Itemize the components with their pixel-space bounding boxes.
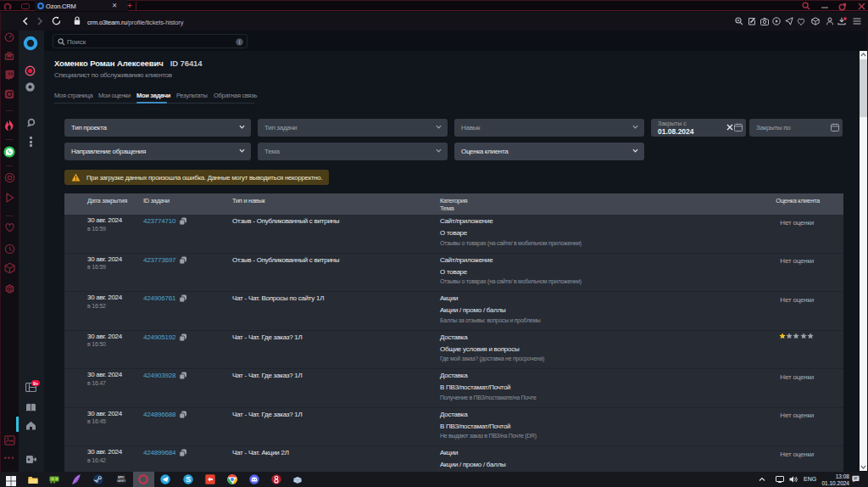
svg-text:S: S — [186, 475, 191, 484]
svg-text:GAMES: GAMES — [117, 479, 125, 483]
svg-text:i: i — [239, 39, 240, 45]
